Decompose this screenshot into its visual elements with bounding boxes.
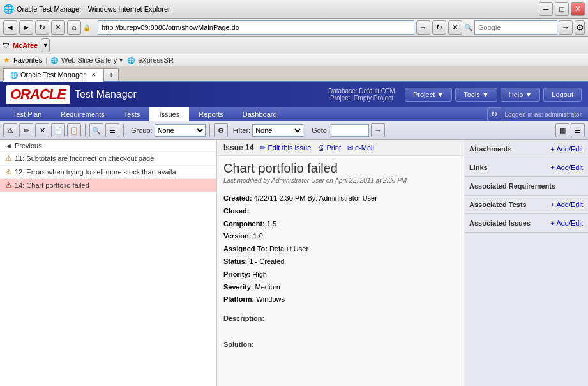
browser-tab-new[interactable]: +	[103, 68, 119, 81]
attachments-section: + Add/Edit Attachments	[464, 140, 588, 158]
tab-tests[interactable]: Tests	[114, 107, 150, 121]
edit-issue-link[interactable]: ✏ Edit this issue	[260, 144, 311, 152]
issue-item-12[interactable]: ⚠ 12: Errors when trying to sell more st…	[0, 166, 216, 179]
issue-modified: Last modified by Administrator User on A…	[217, 177, 464, 189]
tab1-close[interactable]: ✕	[91, 72, 96, 78]
search-btn[interactable]: 🔍	[89, 123, 103, 137]
component-value: 1.5	[267, 220, 276, 228]
issue-12-label: 12: Errors when trying to sell more stoc…	[15, 168, 176, 176]
field-version: Version: 1.0	[223, 230, 457, 243]
browser-title: Oracle Test Manager - Windows Internet E…	[17, 5, 170, 13]
created-value: 4/22/11 2:30 PM By: Administrator User	[254, 194, 377, 202]
description-label: Description:	[217, 309, 464, 324]
back-button[interactable]: ◄	[3, 20, 17, 35]
assigned-value: Default User	[269, 245, 308, 252]
refresh-button[interactable]: ↻	[35, 20, 49, 35]
filter-icon[interactable]: ⚙	[214, 123, 228, 137]
issue-12-warn-icon: ⚠	[5, 167, 12, 176]
edit-btn[interactable]: ✏	[19, 123, 33, 137]
tools-icon-btn[interactable]: ⚙	[575, 20, 585, 35]
stop-btn2[interactable]: ✕	[448, 20, 462, 35]
expresssr-icon: 🌐	[127, 57, 135, 64]
view-buttons: ▦ ☰	[555, 123, 585, 137]
separator-1	[85, 124, 86, 137]
attachments-add-link[interactable]: + Add/Edit	[551, 145, 583, 153]
web-slice-label: Web Slice Gallery	[61, 56, 117, 64]
tab-dashboard[interactable]: Dashboard	[233, 107, 287, 121]
links-add-link[interactable]: + Add/Edit	[551, 164, 583, 171]
go-button[interactable]: →	[416, 20, 430, 35]
tests-section: + Add/Edit Associated Tests	[464, 196, 588, 214]
group-select[interactable]: None	[155, 124, 206, 137]
solution-content	[217, 350, 464, 354]
email-link[interactable]: ✉ e-Mail	[347, 144, 374, 152]
browser-tab-1[interactable]: 🌐 Oracle Test Manager ✕	[3, 68, 103, 82]
view-btn[interactable]: ☰	[105, 123, 119, 137]
logout-button[interactable]: Logout	[543, 88, 582, 102]
favorites-bar: ★ Favorites | 🌐 Web Slice Gallery▼ 🌐 eXp…	[0, 54, 588, 66]
paste-btn[interactable]: 📋	[67, 123, 81, 137]
browser-icon: 🌐	[3, 4, 14, 14]
oracle-logo: ORACLE	[6, 85, 70, 104]
issues-add-link[interactable]: + Add/Edit	[551, 219, 583, 227]
field-created: Created: 4/22/11 2:30 PM By: Administrat…	[223, 192, 457, 205]
main-content: ◄ Previous ⚠ 11: Subtotals are incorrect…	[0, 140, 588, 386]
view-list-btn[interactable]: ☰	[571, 123, 585, 137]
email-label: e-Mail	[355, 144, 374, 151]
web-slice-link[interactable]: Web Slice Gallery▼	[61, 56, 124, 64]
restore-button[interactable]: □	[555, 2, 569, 16]
platform-value: Windows	[256, 295, 285, 303]
view-grid-btn[interactable]: ▦	[555, 123, 569, 137]
favorites-label[interactable]: Favorites	[13, 56, 42, 64]
issue-fields: Created: 4/22/11 2:30 PM By: Administrat…	[217, 189, 464, 309]
field-status: Status: 1 - Created	[223, 256, 457, 268]
web-slice-icon: 🌐	[50, 57, 58, 64]
project-button[interactable]: Project ▼	[405, 88, 452, 102]
home-button[interactable]: ⌂	[67, 20, 81, 35]
issue-title: Chart portfolio failed	[217, 156, 464, 177]
goto-go-btn[interactable]: →	[371, 123, 385, 137]
help-button[interactable]: Help ▼	[501, 88, 541, 102]
stop-button[interactable]: ✕	[51, 20, 65, 35]
filter-select[interactable]: None	[252, 124, 303, 137]
refresh-btn2[interactable]: ↻	[432, 20, 446, 35]
issue-item-14[interactable]: ⚠ 14: Chart portfolio failed	[0, 179, 216, 192]
group-label: Group:	[131, 127, 153, 134]
expresssr-label: eXpressSR	[138, 56, 174, 64]
logged-in-info: Logged in as: administrator	[504, 111, 585, 118]
priority-value: High	[252, 270, 267, 278]
tab-test-plan[interactable]: Test Plan	[3, 107, 51, 121]
new-btn[interactable]: ⚠	[3, 123, 17, 137]
mcafee-label: McAfee	[13, 42, 38, 49]
tab1-icon: 🌐	[10, 72, 18, 79]
separator-2	[123, 124, 124, 137]
previous-label: Previous	[15, 142, 42, 150]
tab-requirements[interactable]: Requirements	[51, 107, 114, 121]
refresh-nav-btn[interactable]: ↻	[487, 107, 501, 121]
priority-label: Priority:	[223, 270, 250, 278]
project-label: Project: Empty Project	[328, 95, 395, 102]
forward-button[interactable]: ►	[19, 20, 33, 35]
requirements-section: Associated Requirements	[464, 177, 588, 196]
close-button[interactable]: ✕	[571, 2, 585, 16]
minimize-button[interactable]: ─	[539, 2, 553, 16]
field-priority: Priority: High	[223, 268, 457, 281]
closed-label: Closed:	[223, 207, 249, 215]
mcafee-dropdown[interactable]: ▼	[41, 38, 50, 52]
search-input[interactable]	[474, 20, 557, 35]
issue-item-11[interactable]: ⚠ 11: Subtotals are incorrect on checkou…	[0, 152, 216, 166]
print-link[interactable]: 🖨 Print	[317, 144, 341, 151]
copy-btn[interactable]: 📄	[51, 123, 65, 137]
solution-label: Solution:	[217, 336, 464, 350]
address-bar[interactable]	[98, 20, 414, 35]
tests-add-link[interactable]: + Add/Edit	[551, 201, 583, 208]
tab-issues[interactable]: Issues	[149, 107, 189, 121]
goto-input[interactable]	[331, 124, 369, 137]
requirements-title: Associated Requirements	[469, 182, 583, 190]
previous-link[interactable]: ◄ Previous	[0, 140, 216, 152]
tools-button[interactable]: Tools ▼	[455, 88, 497, 102]
search-go-button[interactable]: →	[559, 20, 573, 35]
expresssr-link[interactable]: eXpressSR	[138, 56, 174, 64]
delete-btn[interactable]: ✕	[35, 123, 49, 137]
tab-reports[interactable]: Reports	[189, 107, 233, 121]
